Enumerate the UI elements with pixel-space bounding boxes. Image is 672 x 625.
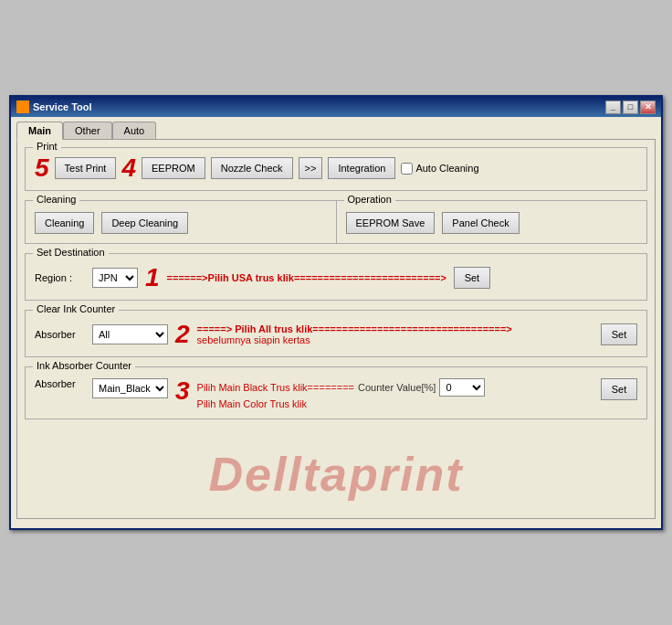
main-black-instruction: Pilih Main Black Trus klik======== (197, 382, 354, 393)
absorber-row: Absorber All Main_Black Main_Color 2 ===… (35, 322, 637, 347)
eeprom-save-button[interactable]: EEPROM Save (346, 212, 436, 234)
ink-absorber-counter-section: Ink Absorber Counter Absorber Main_Black… (25, 366, 647, 419)
operation-section-label: Operation (344, 194, 395, 205)
close-button[interactable]: ✕ (640, 101, 656, 114)
auto-cleaning-text: Auto Cleaning (415, 163, 478, 174)
print-section: Print 5 Test Print 4 EEPROM Nozzle Check… (25, 147, 647, 191)
window-title: Service Tool (33, 101, 92, 112)
title-buttons: _ □ ✕ (605, 101, 656, 114)
badge-4: 4 (121, 155, 136, 181)
tab-bar: Main Other Auto (16, 122, 656, 140)
counter-value-select[interactable]: 0 (439, 378, 485, 397)
badge-2: 2 (175, 322, 190, 347)
clear-ink-instruction-2: sebelumnya siapin kertas (197, 334, 593, 345)
set-destination-instruction: ======>Pilih USA trus klik==============… (167, 272, 446, 283)
clear-ink-instructions: =====> Pilih All trus klik==============… (197, 323, 593, 345)
region-select[interactable]: JPN USA EUR (92, 268, 138, 288)
clear-ink-counter-label: Clear Ink Counter (33, 303, 119, 314)
counter-row-2: Pilih Main Color Trus klik (197, 398, 593, 409)
absorber-label: Absorber (35, 329, 85, 340)
minimize-button[interactable]: _ (605, 101, 621, 114)
deep-cleaning-button[interactable]: Deep Cleaning (101, 212, 188, 234)
cleaning-section-label: Cleaning (33, 194, 79, 205)
cleaning-operation-row: Cleaning Cleaning Deep Cleaning Operatio… (25, 200, 647, 244)
counter-row-1: Pilih Main Black Trus klik======== Count… (197, 378, 593, 397)
main-panel: Print 5 Test Print 4 EEPROM Nozzle Check… (16, 139, 656, 519)
panel-check-button[interactable]: Panel Check (442, 212, 519, 234)
ink-absorber-set-button[interactable]: Set (601, 378, 637, 400)
watermark: Delltaprint (25, 429, 647, 511)
badge-1: 1 (145, 265, 160, 291)
cleaning-buttons-row: Cleaning Deep Cleaning (35, 212, 327, 234)
arrow-button[interactable]: >> (299, 157, 323, 179)
auto-cleaning-label[interactable]: Auto Cleaning (401, 163, 478, 175)
cleaning-button[interactable]: Cleaning (35, 212, 94, 234)
badge-5: 5 (35, 155, 49, 181)
tab-other[interactable]: Other (63, 122, 112, 140)
clear-ink-instruction-1: =====> Pilih All trus klik==============… (197, 323, 593, 334)
nozzle-check-button[interactable]: Nozzle Check (211, 157, 293, 179)
absorber-select[interactable]: All Main_Black Main_Color (92, 324, 168, 344)
main-color-instruction: Pilih Main Color Trus klik (197, 398, 307, 409)
set-destination-label: Set Destination (33, 247, 109, 258)
region-label: Region : (35, 272, 85, 283)
region-row: Region : JPN USA EUR 1 ======>Pilih USA … (35, 265, 637, 291)
ink-absorber-select[interactable]: Main_Black Main_Color (92, 378, 168, 398)
set-destination-section: Set Destination Region : JPN USA EUR 1 =… (25, 253, 647, 301)
badge-3: 3 (175, 378, 190, 404)
integration-button[interactable]: Integration (328, 157, 395, 179)
set-destination-button[interactable]: Set (454, 267, 490, 289)
print-section-label: Print (33, 141, 61, 152)
counter-value-label: Counter Value[%] (358, 382, 436, 393)
clear-ink-set-button[interactable]: Set (601, 323, 637, 345)
ink-absorber-row: Absorber Main_Black Main_Color 3 Pilih M… (35, 378, 637, 409)
clear-ink-counter-section: Clear Ink Counter Absorber All Main_Blac… (25, 310, 647, 357)
tab-main[interactable]: Main (16, 122, 63, 140)
window-icon (16, 101, 29, 113)
ink-absorber-counter-label: Ink Absorber Counter (33, 360, 135, 371)
print-row: 5 Test Print 4 EEPROM Nozzle Check >> In… (35, 155, 637, 181)
title-bar-text: Service Tool (16, 101, 92, 113)
window-content: Main Other Auto Print 5 Test Print 4 EEP… (11, 117, 661, 528)
main-window: Service Tool _ □ ✕ Main Other Auto Print… (9, 95, 663, 530)
maximize-button[interactable]: □ (623, 101, 638, 114)
tab-auto[interactable]: Auto (112, 122, 157, 140)
title-bar: Service Tool _ □ ✕ (11, 97, 661, 117)
cleaning-section: Cleaning Cleaning Deep Cleaning (25, 200, 337, 244)
counter-area: Pilih Main Black Trus klik======== Count… (197, 378, 593, 409)
operation-section: Operation EEPROM Save Panel Check (337, 200, 648, 244)
eeprom-button[interactable]: EEPROM (142, 157, 205, 179)
test-print-button[interactable]: Test Print (55, 157, 117, 179)
auto-cleaning-checkbox[interactable] (401, 163, 413, 175)
operation-buttons-row: EEPROM Save Panel Check (346, 212, 638, 234)
ink-absorber-label: Absorber (35, 378, 85, 389)
